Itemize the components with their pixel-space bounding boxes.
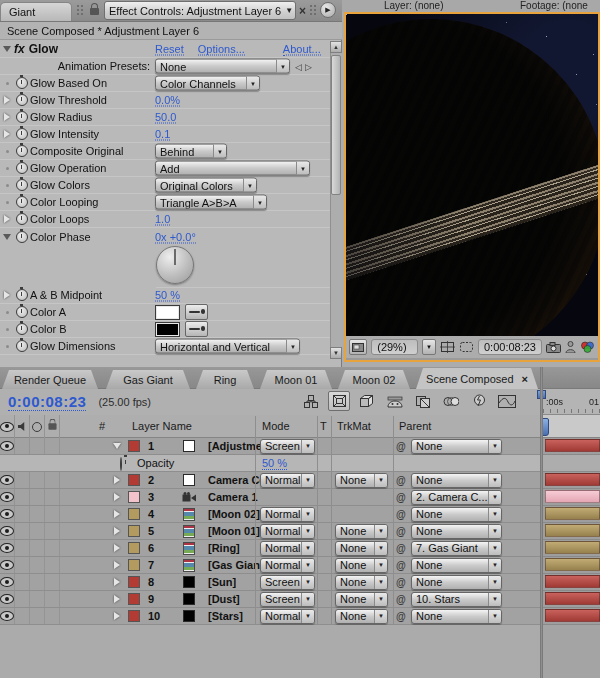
frame-blending-icon[interactable] (412, 391, 434, 411)
eye-icon[interactable] (0, 611, 14, 621)
mode-dropdown[interactable]: Normal▼ (260, 507, 315, 522)
chevron-down-icon[interactable]: ▼ (301, 474, 314, 487)
magnification-dropdown-icon[interactable]: ▼ (422, 339, 436, 355)
chevron-down-icon[interactable]: ▼ (286, 340, 299, 353)
chevron-down-icon[interactable]: ▼ (276, 60, 289, 73)
parent-dropdown[interactable]: None▼ (411, 575, 502, 590)
glow-radius-value[interactable]: 50.0 (155, 111, 176, 124)
stopwatch-icon[interactable] (16, 111, 28, 123)
color-phase-value[interactable]: 0x +0.0° (155, 230, 196, 243)
parent-dropdown[interactable]: 2. Camera C...▼ (411, 490, 502, 505)
label-color-chip[interactable] (128, 491, 140, 503)
chevron-down-icon[interactable]: ▼ (374, 542, 387, 555)
layer-row-8[interactable]: 8 [Sun] Screen▼ None▼ @ None▼ (0, 574, 540, 591)
expand-icon[interactable] (114, 476, 120, 484)
audio-column-speaker-icon[interactable] (18, 422, 27, 431)
layer-name[interactable]: [Dust] (208, 593, 240, 605)
stopwatch-icon[interactable] (16, 340, 28, 352)
scroll-up-icon[interactable]: ▲ (330, 41, 342, 53)
color-looping-dropdown[interactable]: Triangle A>B>A▼ (155, 195, 267, 210)
brainstorm-icon[interactable] (468, 391, 490, 411)
parent-dropdown[interactable]: None▼ (411, 439, 502, 454)
pickwhip-icon[interactable]: @ (396, 492, 406, 503)
eye-icon[interactable] (0, 509, 14, 519)
chevron-down-icon[interactable]: ▼ (374, 474, 387, 487)
layer-duration-bar[interactable] (545, 507, 600, 520)
chevron-down-icon[interactable]: ▼ (243, 179, 256, 192)
layer-duration-bar[interactable] (545, 575, 600, 588)
layer-name[interactable]: Camera 1 (208, 491, 258, 503)
chevron-down-icon[interactable]: ▼ (374, 576, 387, 589)
expand-icon[interactable] (114, 493, 120, 501)
chevron-down-icon[interactable]: ▼ (488, 610, 501, 623)
expand-icon[interactable] (4, 291, 10, 299)
tab-ring[interactable]: Ring (196, 370, 254, 389)
chevron-down-icon[interactable]: ▼ (301, 576, 314, 589)
stopwatch-icon[interactable] (16, 128, 28, 140)
layer-row-1[interactable]: 1 [Adjustment Layer Screen▼ @ None▼ (0, 438, 540, 455)
chevron-down-icon[interactable]: ▼ (253, 196, 266, 209)
trkmat-dropdown[interactable]: None▼ (335, 473, 388, 488)
about-link[interactable]: About... (283, 43, 321, 56)
stopwatch-icon[interactable] (120, 457, 122, 471)
region-of-interest-icon[interactable] (459, 341, 474, 353)
chevron-down-icon[interactable]: ▼ (301, 508, 314, 521)
expand-icon[interactable] (4, 215, 10, 223)
glow-dimensions-dropdown[interactable]: Horizontal and Vertical▼ (155, 339, 300, 354)
tab-gas-giant[interactable]: Gas Giant (106, 370, 190, 389)
live-update-button[interactable] (328, 391, 350, 411)
label-color-chip[interactable] (128, 610, 140, 622)
chevron-down-icon[interactable]: ▼ (374, 593, 387, 606)
chevron-down-icon[interactable]: ▼ (488, 508, 501, 521)
column-trkmat[interactable]: TrkMat (337, 420, 371, 432)
chevron-down-icon[interactable]: ▼ (301, 610, 314, 623)
label-color-chip[interactable] (128, 576, 140, 588)
chevron-down-icon[interactable]: ▼ (301, 525, 314, 538)
close-icon[interactable]: × (299, 4, 306, 18)
trkmat-dropdown[interactable]: None▼ (335, 541, 388, 556)
color-loops-value[interactable]: 1.0 (155, 213, 170, 226)
stopwatch-icon[interactable] (16, 196, 28, 208)
trkmat-dropdown[interactable]: None▼ (335, 524, 388, 539)
mode-dropdown[interactable]: Normal▼ (260, 541, 315, 556)
pickwhip-icon[interactable]: @ (396, 441, 406, 452)
chevron-down-icon[interactable]: ▼ (246, 77, 259, 90)
animation-presets-dropdown[interactable]: None ▼ (155, 59, 290, 74)
expand-icon[interactable] (4, 96, 10, 104)
chevron-down-icon[interactable]: ▼ (488, 491, 501, 504)
mode-dropdown[interactable]: Normal▼ (260, 524, 315, 539)
pickwhip-icon[interactable]: @ (396, 577, 406, 588)
tab-footage-viewer[interactable]: Footage: (none (520, 0, 588, 11)
panel-gripper[interactable] (76, 4, 85, 17)
layer-duration-bar[interactable] (545, 558, 600, 571)
previous-preset-icon[interactable]: ◁ (295, 61, 302, 71)
parent-dropdown[interactable]: None▼ (411, 473, 502, 488)
mode-dropdown[interactable]: Screen▼ (260, 575, 315, 590)
always-preview-button[interactable] (349, 339, 367, 355)
stopwatch-icon[interactable] (16, 289, 28, 301)
layer-duration-bar[interactable] (545, 473, 600, 486)
stopwatch-icon[interactable] (16, 323, 28, 335)
expand-icon[interactable] (114, 595, 120, 603)
trkmat-dropdown[interactable]: None▼ (335, 575, 388, 590)
pickwhip-icon[interactable]: @ (396, 594, 406, 605)
eye-icon[interactable] (0, 492, 14, 502)
lock-column-icon[interactable] (48, 423, 56, 429)
chevron-down-icon[interactable]: ▼ (488, 542, 501, 555)
layer-name[interactable]: [Ring] (208, 542, 240, 554)
eye-icon[interactable] (0, 594, 14, 604)
layer-duration-bar[interactable] (545, 541, 600, 554)
chevron-down-icon[interactable]: ▼ (488, 525, 501, 538)
layer-duration-bar[interactable] (545, 592, 600, 605)
show-snapshot-icon[interactable] (565, 341, 576, 353)
ab-midpoint-value[interactable]: 50 % (155, 289, 180, 302)
stopwatch-icon[interactable] (16, 145, 28, 157)
lock-icon[interactable] (90, 8, 99, 15)
magnification-field[interactable]: (29%) (371, 339, 418, 355)
panel-gripper[interactable] (309, 4, 318, 17)
eye-icon[interactable] (0, 526, 14, 536)
trkmat-dropdown[interactable]: None▼ (335, 558, 388, 573)
expand-icon[interactable] (4, 113, 10, 121)
expand-icon[interactable] (114, 578, 120, 586)
expand-icon[interactable] (114, 510, 120, 518)
